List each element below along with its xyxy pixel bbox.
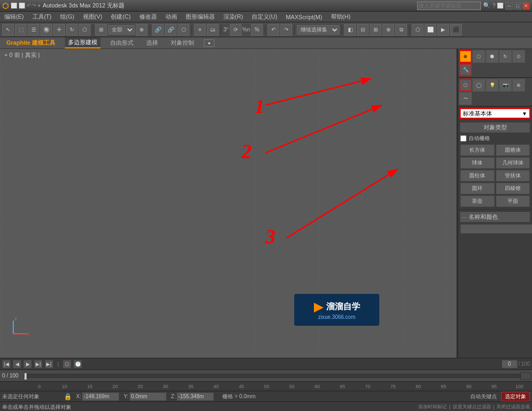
modify-panel-icon[interactable]: ⬡ — [472, 50, 485, 63]
layer-mgr[interactable]: ≡ — [194, 24, 206, 36]
dropdown-value: 标准基本体 — [463, 110, 492, 118]
move-tool[interactable]: ✛ — [53, 24, 65, 36]
array-tool[interactable]: ⊞ — [370, 24, 381, 36]
menu-create[interactable]: 创建(C) — [109, 12, 132, 21]
link-tool[interactable]: 🔗 — [152, 24, 164, 36]
z-input[interactable] — [177, 392, 214, 401]
x-label: X: — [76, 393, 81, 399]
menu-view[interactable]: 视图(V) — [81, 12, 105, 21]
menu-maxscript[interactable]: MAXScript(M) — [284, 13, 324, 21]
render-setup[interactable]: ⬜ — [425, 24, 436, 36]
selection-filter[interactable]: 继续选择集 — [297, 25, 339, 35]
cone-button[interactable]: 圆锥体 — [496, 144, 530, 156]
reference-coord[interactable]: ⊞ — [95, 24, 107, 36]
next-frame-button[interactable]: ▶| — [34, 360, 43, 368]
app-title: Autodesk 3ds Max 2012 无标题 — [43, 2, 124, 10]
viewport[interactable]: + 0 前 | 真实 | 1 2 3 — [0, 49, 458, 358]
search-input[interactable] — [417, 2, 481, 10]
clone-tool[interactable]: ⧉ — [395, 24, 407, 36]
mirror-tool[interactable]: ◧ — [344, 24, 356, 36]
play-button[interactable]: ▶ — [23, 360, 32, 368]
maximize-button[interactable]: □ — [514, 2, 521, 10]
undo-btn[interactable]: ↶ — [268, 24, 279, 36]
render-viewport[interactable]: ⬛ — [450, 24, 462, 36]
key-mode-button[interactable]: ⬡ — [63, 360, 71, 368]
angle-snap[interactable]: ⟳ — [230, 24, 242, 36]
toolbar-icons-small: ⬜ ⬜ ↶ ↷ ▾ — [11, 3, 40, 9]
menu-edit[interactable]: 编辑(E) — [2, 12, 26, 21]
menu-modifiers[interactable]: 修改器 — [137, 12, 159, 21]
select-obj-button[interactable]: 选定对象 — [501, 392, 530, 401]
frame-80: 80 — [406, 384, 431, 389]
box-button[interactable]: 长方体 — [460, 144, 495, 156]
snap-tool[interactable]: ⊕ — [383, 24, 394, 36]
sphere-button[interactable]: 球体 — [460, 157, 495, 169]
select-tool[interactable]: ↖ — [2, 24, 14, 36]
unlink-tool[interactable]: 🔗 — [165, 24, 177, 36]
graphite-toggle[interactable]: ● — [204, 39, 214, 47]
plane-button[interactable]: 平面 — [496, 195, 530, 207]
helpers-icon[interactable]: ⊕ — [512, 79, 525, 92]
menu-tools[interactable]: 工具(T) — [30, 12, 54, 21]
minimize-button[interactable]: ─ — [505, 2, 513, 10]
pyramid-button[interactable]: 四棱锥 — [496, 183, 530, 194]
utilities-panel-icon[interactable]: 🔧 — [459, 63, 472, 76]
select-by-name[interactable]: ☰ — [28, 24, 39, 36]
menu-render[interactable]: 渲染(R) — [221, 12, 245, 21]
menu-graph-editor[interactable]: 图形编辑器 — [184, 12, 217, 21]
spacewarps-icon[interactable]: 〜 — [459, 92, 472, 105]
menu-animation[interactable]: 动画 — [163, 12, 179, 21]
tube-button[interactable]: 管状体 — [496, 170, 530, 182]
menu-group[interactable]: 组(G) — [58, 12, 77, 21]
cameras-icon[interactable]: 📷 — [499, 79, 512, 92]
hierarchy-panel-icon[interactable]: ⬢ — [486, 50, 498, 63]
teapot-button[interactable]: 茶壶 — [460, 195, 495, 207]
tab-object-paint[interactable]: 对象控制 — [168, 38, 197, 48]
x-input[interactable] — [82, 392, 119, 401]
goto-start-button[interactable]: |◀ — [2, 360, 11, 368]
search-icon[interactable]: 🔍 — [483, 2, 491, 9]
goto-end-button[interactable]: ▶| — [45, 360, 53, 368]
separator-bottom2: | — [493, 405, 494, 410]
time-cfg-button[interactable]: 🕐 — [73, 360, 82, 368]
current-frame-input[interactable] — [502, 360, 518, 368]
torus-button[interactable]: 圆环 — [460, 183, 495, 194]
tab-freeform[interactable]: 自由形式 — [107, 38, 137, 48]
select-filter[interactable]: 🔘 — [40, 24, 52, 36]
name-input-field[interactable] — [460, 224, 532, 234]
pivot[interactable]: ⊕ — [136, 24, 147, 36]
category-dropdown[interactable]: 标准基本体 ▼ — [460, 108, 530, 119]
track-end-btn[interactable] — [520, 372, 531, 380]
display-panel-icon[interactable]: ⊙ — [512, 50, 525, 63]
redo-btn[interactable]: ↷ — [280, 24, 292, 36]
y-input[interactable] — [129, 392, 167, 401]
menu-help[interactable]: 帮助(H) — [329, 12, 353, 21]
material-editor[interactable]: ⬡ — [412, 24, 423, 36]
reference-dropdown[interactable]: 全部 — [108, 25, 135, 35]
track-line[interactable] — [24, 374, 520, 378]
frame-20: 20 — [103, 384, 128, 389]
menu-customize[interactable]: 自定义(U) — [250, 12, 279, 21]
tab-selection[interactable]: 选择 — [143, 38, 161, 48]
geometry-icon[interactable]: ⬡ — [459, 79, 472, 92]
collapse-icon[interactable]: ─ — [462, 214, 467, 220]
prev-frame-button[interactable]: ◀ — [13, 360, 21, 368]
scale-tool[interactable]: ⬡ — [79, 24, 90, 36]
close-button[interactable]: ✕ — [522, 2, 530, 10]
bind-space[interactable]: ⬡ — [178, 24, 189, 36]
tab-polygon-modeling[interactable]: 多边形建模 — [65, 37, 101, 48]
create-panel-icon[interactable]: ⊕ — [459, 50, 472, 63]
geosphere-button[interactable]: 几何球体 — [496, 157, 530, 169]
shapes-icon[interactable]: ◯ — [472, 79, 485, 92]
percent-snap[interactable]: % — [251, 24, 263, 36]
render-frame[interactable]: ▶ — [437, 24, 449, 36]
motion-panel-icon[interactable]: ↻ — [499, 50, 512, 63]
cylinder-button[interactable]: 圆柱体 — [460, 170, 495, 182]
scene-explorer[interactable]: 🗂 — [207, 24, 219, 36]
lights-icon[interactable]: 💡 — [486, 79, 498, 92]
align-tool[interactable]: ⊟ — [357, 24, 369, 36]
rotate-tool[interactable]: ↻ — [66, 24, 78, 36]
autogrid-checkbox[interactable] — [460, 135, 467, 142]
track-handle[interactable] — [24, 373, 27, 380]
select-region[interactable]: ⬚ — [15, 24, 27, 36]
